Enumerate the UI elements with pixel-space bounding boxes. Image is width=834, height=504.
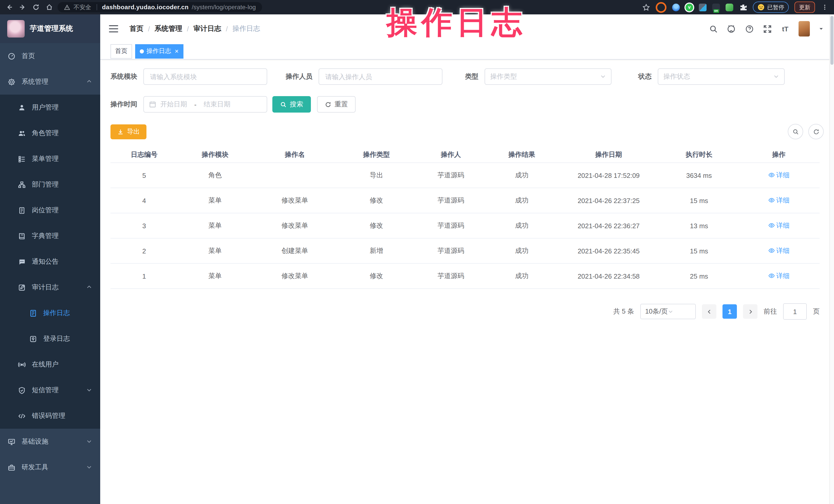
font-size-icon[interactable]: tT [781, 24, 790, 34]
bookmark-star-icon[interactable] [642, 3, 650, 11]
col-result: 操作结果 [486, 147, 557, 163]
forward-icon[interactable] [19, 3, 27, 11]
sidebar-item-dict[interactable]: 字典管理 [0, 223, 100, 249]
extension-icon[interactable] [699, 3, 706, 11]
table-row: 5 角色 导出 芋道源码 成功 2021-04-28 17:52:09 3634… [110, 163, 819, 188]
magnifier-icon [280, 101, 287, 108]
profile-paused-badge[interactable]: 已暂停 [753, 2, 789, 13]
module-input[interactable] [144, 68, 267, 85]
table-header-row: 日志编号 操作模块 操作名 操作类型 操作人 操作结果 操作日期 执行时长 操作 [110, 147, 819, 163]
sidebar-item-posts[interactable]: 岗位管理 [0, 197, 100, 223]
show-search-icon[interactable] [788, 124, 803, 139]
sidebar-item-home[interactable]: 首页 [0, 43, 100, 69]
help-icon[interactable] [745, 24, 754, 34]
eye-icon [768, 172, 775, 179]
app-logo[interactable]: 芋道管理系统 [0, 15, 100, 43]
table-row: 3 菜单 修改菜单 修改 芋道源码 成功 2021-04-26 22:36:27… [110, 213, 819, 238]
breadcrumb-home[interactable]: 首页 [130, 24, 144, 34]
prev-page-icon[interactable] [702, 304, 716, 319]
puzzle-extensions-icon[interactable] [739, 3, 747, 11]
menu-dots-icon[interactable] [821, 3, 829, 11]
scrollbar[interactable] [829, 15, 834, 504]
extension-icon[interactable]: v [685, 3, 693, 11]
scrollbar-thumb[interactable] [830, 16, 833, 65]
sidebar-item-roles[interactable]: 角色管理 [0, 120, 100, 146]
table-row: 1 菜单 修改菜单 修改 芋道源码 成功 2021-04-26 22:34:58… [110, 263, 819, 289]
chevron-down-icon [86, 386, 92, 394]
sidebar-item-operate-log[interactable]: 操作日志 [0, 300, 100, 326]
tags-view: 首页 操作日志 × [100, 43, 834, 60]
filter-row-1: 系统模块 操作人员 类型 操作类型 状态 操作状态 [110, 68, 824, 85]
next-page-icon[interactable] [743, 304, 758, 319]
reset-button[interactable]: 重置 [317, 96, 356, 113]
dashboard-icon [7, 52, 16, 60]
browser-nav [0, 3, 58, 11]
goto-page-input[interactable] [783, 303, 807, 320]
browser-actions: v on 已暂停 更新 [642, 2, 834, 13]
sidebar-item-login-log[interactable]: 登录日志 [0, 326, 100, 352]
breadcrumb-system[interactable]: 系统管理 [155, 24, 182, 34]
goto-label: 前往 [764, 307, 777, 316]
search-button[interactable]: 搜索 [272, 96, 311, 113]
extension-icon[interactable] [656, 2, 666, 13]
url-domain: dashboard.yudao.iocoder.cn [102, 4, 189, 11]
eye-icon [768, 222, 775, 229]
search-icon[interactable] [709, 24, 718, 34]
close-icon[interactable]: × [175, 48, 179, 54]
sidebar-item-system[interactable]: 系统管理 [0, 69, 100, 94]
status-select[interactable]: 操作状态 [658, 68, 785, 85]
tag-operate-log[interactable]: 操作日志 × [135, 44, 183, 58]
export-button[interactable]: 导出 [110, 124, 147, 139]
extension-icon[interactable] [672, 3, 680, 11]
fullscreen-icon[interactable] [763, 24, 772, 34]
tag-home[interactable]: 首页 [110, 44, 132, 58]
detail-link[interactable]: 详细 [768, 246, 790, 256]
address-divider [96, 4, 97, 10]
sidebar-item-devtools[interactable]: 研发工具 [0, 454, 100, 480]
extension-icon[interactable]: on [712, 3, 720, 11]
toolbox-icon [7, 463, 16, 472]
detail-link[interactable]: 详细 [768, 196, 790, 205]
type-select[interactable]: 操作类型 [485, 68, 612, 85]
page-size-select[interactable]: 10条/页 [640, 304, 696, 319]
github-icon[interactable] [727, 24, 736, 34]
sidebar-item-infra[interactable]: 基础设施 [0, 429, 100, 454]
sidebar-item-departments[interactable]: 部门管理 [0, 172, 100, 197]
caret-down-icon[interactable] [818, 24, 824, 34]
sidebar-item-error-code[interactable]: 错误码管理 [0, 403, 100, 429]
page-number-active[interactable]: 1 [723, 304, 737, 319]
sidebar-item-users[interactable]: 用户管理 [0, 94, 100, 120]
home-icon[interactable] [45, 3, 53, 11]
calendar-icon [149, 101, 156, 108]
col-actions: 操作 [738, 147, 819, 163]
detail-link[interactable]: 详细 [768, 221, 790, 230]
date-range-picker[interactable]: 开始日期 - 结束日期 [144, 96, 267, 113]
sidebar-toggle-icon[interactable] [109, 25, 118, 32]
sidebar-item-menus[interactable]: 菜单管理 [0, 146, 100, 172]
detail-link[interactable]: 详细 [768, 171, 790, 180]
user-icon [18, 103, 26, 112]
chrome-update-button[interactable]: 更新 [794, 2, 815, 13]
col-operator: 操作人 [415, 147, 486, 163]
refresh-table-icon[interactable] [808, 124, 824, 139]
address-bar[interactable]: 不安全 dashboard.yudao.iocoder.cn/system/lo… [58, 2, 262, 12]
sidebar-item-audit-log[interactable]: 审计日志 [0, 275, 100, 300]
chevron-down-icon [600, 72, 606, 81]
page-unit-label: 页 [813, 307, 819, 316]
col-date: 操作日期 [557, 147, 660, 163]
user-avatar[interactable] [798, 21, 810, 37]
sidebar-item-notice[interactable]: 通知公告 [0, 249, 100, 275]
sidebar-item-online-users[interactable]: 在线用户 [0, 352, 100, 377]
back-icon[interactable] [5, 3, 13, 11]
operate-log-icon [29, 309, 37, 317]
operator-input[interactable] [319, 68, 442, 85]
chevron-down-icon [773, 72, 779, 81]
sidebar-item-sms[interactable]: 短信管理 [0, 377, 100, 403]
table-row: 4 菜单 修改菜单 修改 芋道源码 成功 2021-04-26 22:37:25… [110, 188, 819, 213]
reload-icon[interactable] [32, 3, 40, 11]
detail-link[interactable]: 详细 [768, 271, 790, 281]
extension-icon[interactable] [726, 3, 733, 11]
eye-icon [768, 197, 775, 204]
breadcrumb-audit[interactable]: 审计日志 [194, 24, 221, 34]
eye-icon [768, 273, 775, 279]
